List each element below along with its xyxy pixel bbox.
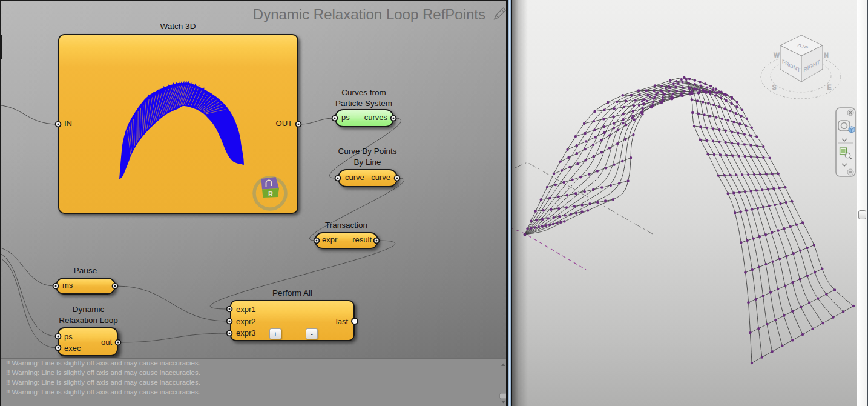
svg-text:R: R xyxy=(268,190,273,198)
svg-text:E: E xyxy=(827,84,832,91)
svg-text:N: N xyxy=(824,52,828,59)
svg-text:W: W xyxy=(774,52,780,59)
svg-text:S: S xyxy=(772,84,777,91)
